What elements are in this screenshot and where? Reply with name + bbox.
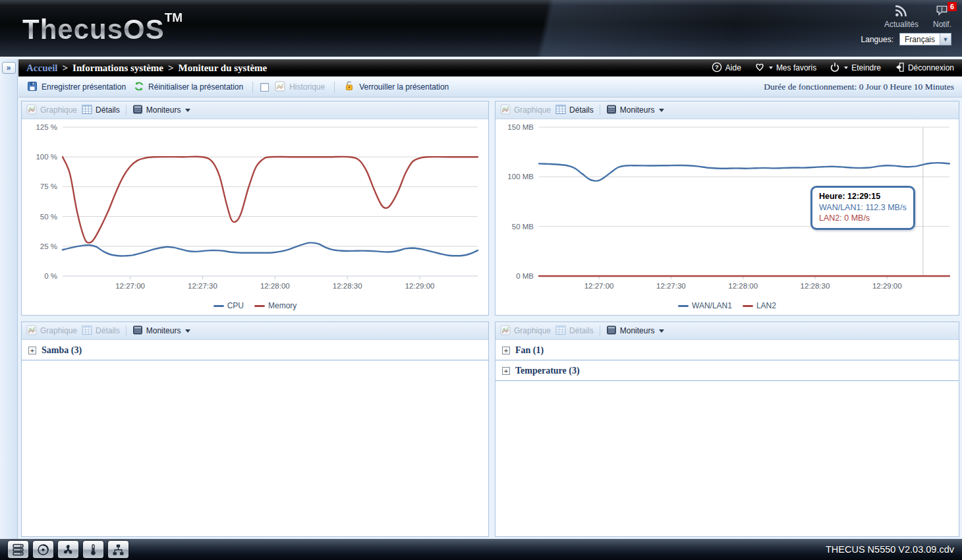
graph-icon bbox=[500, 325, 511, 337]
toolbar-separator bbox=[334, 82, 335, 93]
svg-text:12:29:00: 12:29:00 bbox=[405, 282, 435, 290]
temperature-group-row[interactable]: Temperature (3) bbox=[495, 360, 959, 381]
lan2-series-dash bbox=[743, 305, 753, 307]
logo-tm: TM bbox=[165, 11, 183, 24]
lock-presentation-button[interactable]: Verrouiller la présentation bbox=[342, 79, 451, 95]
table-icon bbox=[555, 325, 566, 337]
tab-moniteurs[interactable]: Moniteurs bbox=[606, 325, 665, 337]
svg-text:12:28:30: 12:28:30 bbox=[801, 282, 830, 290]
tab-moniteurs[interactable]: Moniteurs bbox=[606, 104, 665, 117]
tab-moniteurs-label: Moniteurs bbox=[146, 326, 181, 335]
language-dropdown-button[interactable]: ▼ bbox=[940, 34, 951, 45]
language-row: Langues: Français ▼ bbox=[861, 33, 951, 45]
tab-graphique: Graphique bbox=[26, 104, 77, 117]
network-legend: WAN/LAN1 LAN2 bbox=[495, 301, 959, 310]
tab-moniteurs[interactable]: Moniteurs bbox=[132, 325, 191, 337]
graph-icon bbox=[26, 104, 37, 117]
sidebar-expand-button[interactable]: » bbox=[2, 62, 16, 74]
monitor-icon bbox=[132, 325, 143, 337]
history-label: Historique bbox=[289, 82, 325, 92]
tab-details-label: Détails bbox=[96, 105, 120, 115]
svg-text:150 MB: 150 MB bbox=[507, 123, 534, 131]
monitor-icon bbox=[606, 104, 617, 117]
breadcrumb-actions: ? Aide Mes favoris Eteindre Déconnexion bbox=[712, 62, 954, 74]
network-status-button[interactable] bbox=[108, 541, 128, 558]
uptime-status: Durée de fonctionnement: 0 Jour 0 Heure … bbox=[764, 82, 955, 92]
tab-details[interactable]: Détails bbox=[555, 104, 594, 117]
server-status-button[interactable] bbox=[8, 541, 28, 558]
reset-presentation-button[interactable]: Réinitialiser la présentation bbox=[132, 80, 245, 95]
presentation-toolbar: Enregistrer présentation Réinitialiser l… bbox=[18, 77, 962, 98]
favorites-dropdown-arrow bbox=[769, 67, 773, 69]
save-presentation-button[interactable]: Enregistrer présentation bbox=[25, 80, 128, 95]
help-button[interactable]: ? Aide bbox=[712, 62, 741, 74]
svg-text:25 %: 25 % bbox=[40, 242, 57, 250]
heart-icon bbox=[754, 62, 765, 74]
breadcrumb-home-link[interactable]: Accueil bbox=[26, 63, 57, 74]
tab-details-label: Détails bbox=[569, 105, 594, 115]
sidebar-collapsed-rail: » bbox=[0, 59, 18, 539]
cpu-memory-chart: 0 %25 %50 %75 %100 %125 %12:27:0012:27:3… bbox=[22, 119, 488, 315]
wan-series-dash bbox=[678, 305, 689, 307]
header-actions: Actualités ! 6 Notif. bbox=[884, 4, 951, 29]
news-button[interactable]: Actualités bbox=[884, 4, 919, 29]
breadcrumb-current-page: Moniteur du système bbox=[179, 63, 268, 74]
language-select[interactable]: Français ▼ bbox=[899, 33, 951, 45]
tab-details-label: Détails bbox=[96, 326, 120, 335]
tab-separator bbox=[126, 105, 127, 115]
server-icon bbox=[12, 544, 24, 556]
network-icon bbox=[112, 544, 125, 556]
legend-item-cpu[interactable]: CPU bbox=[213, 301, 244, 310]
shutdown-dropdown-arrow bbox=[844, 67, 848, 69]
lan2-legend-label: LAN2 bbox=[756, 301, 776, 310]
fan-group-row[interactable]: Fan (1) bbox=[495, 340, 959, 360]
shutdown-button[interactable]: Eteindre bbox=[830, 62, 881, 74]
disk-status-button[interactable] bbox=[33, 541, 53, 558]
service-monitor-list: Samba (3) bbox=[22, 340, 488, 536]
tab-graphique-label: Graphique bbox=[40, 326, 77, 335]
app-header: ThecusOSTM Actualités ! 6 Notif. Langues… bbox=[0, 0, 962, 58]
tab-graphique-label: Graphique bbox=[40, 105, 77, 115]
breadcrumb-bar: Accueil > Informations système > Moniteu… bbox=[18, 59, 962, 77]
svg-text:0 MB: 0 MB bbox=[516, 272, 534, 280]
save-presentation-label: Enregistrer présentation bbox=[42, 82, 126, 92]
tooltip-lan-value: LAN2: 0 MB/s bbox=[819, 213, 907, 224]
expand-plus-icon[interactable] bbox=[28, 347, 36, 354]
logout-button[interactable]: Déconnexion bbox=[894, 62, 954, 74]
logo-text: ThecusOS bbox=[22, 14, 165, 45]
notifications-button[interactable]: ! 6 Notif. bbox=[933, 4, 951, 29]
svg-text:12:27:00: 12:27:00 bbox=[584, 282, 614, 290]
tab-details[interactable]: Détails bbox=[82, 104, 120, 117]
favorites-label: Mes favoris bbox=[776, 63, 816, 72]
rss-icon bbox=[894, 4, 909, 19]
samba-group-row[interactable]: Samba (3) bbox=[22, 340, 488, 360]
network-panel-toolbar: Graphique Détails Moniteurs bbox=[495, 101, 959, 119]
tab-details-label: Détails bbox=[569, 326, 594, 335]
history-checkbox[interactable] bbox=[260, 83, 269, 92]
power-icon bbox=[830, 62, 840, 74]
main-area: Accueil > Informations système > Moniteu… bbox=[18, 59, 962, 539]
tab-separator bbox=[600, 325, 600, 336]
tab-graphique: Graphique bbox=[500, 104, 551, 117]
expand-plus-icon[interactable] bbox=[502, 347, 510, 354]
service-panel-toolbar: Graphique Détails Moniteurs bbox=[22, 322, 488, 340]
disk-icon bbox=[37, 544, 49, 556]
favorites-button[interactable]: Mes favoris bbox=[754, 62, 816, 74]
svg-text:100 %: 100 % bbox=[36, 153, 57, 161]
tab-moniteurs[interactable]: Moniteurs bbox=[132, 104, 191, 117]
breadcrumb-separator: > bbox=[168, 63, 174, 74]
fan-icon bbox=[62, 544, 74, 556]
svg-text:50 %: 50 % bbox=[40, 213, 57, 221]
legend-item-memory[interactable]: Memory bbox=[254, 301, 297, 310]
expand-plus-icon[interactable] bbox=[502, 367, 510, 375]
legend-item-lan2[interactable]: LAN2 bbox=[743, 301, 776, 310]
fan-status-button[interactable] bbox=[58, 541, 78, 558]
history-button: Historique bbox=[273, 80, 327, 95]
fan-group-label: Fan (1) bbox=[515, 345, 544, 356]
thermometer-status-button[interactable] bbox=[83, 541, 103, 558]
breadcrumb-section: Informations système bbox=[72, 63, 163, 74]
legend-item-wan-lan1[interactable]: WAN/LAN1 bbox=[678, 301, 732, 310]
notifications-label: Notif. bbox=[933, 20, 951, 29]
hardware-monitor-list: Fan (1) Temperature (3) bbox=[495, 340, 959, 536]
graph-icon bbox=[500, 104, 511, 117]
